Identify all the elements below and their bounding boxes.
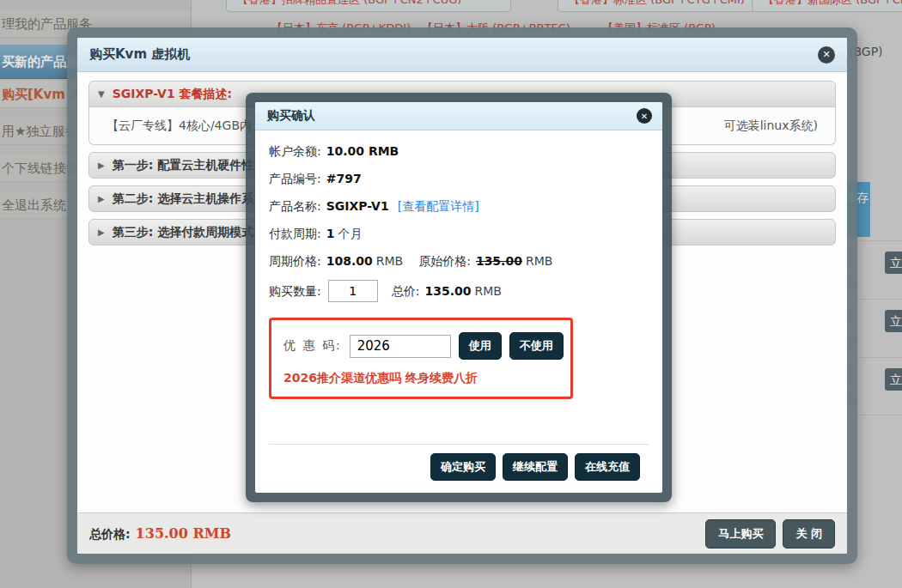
chevron-right-icon: ▶ bbox=[98, 227, 105, 237]
payment-period-unit: 个月 bbox=[338, 225, 362, 242]
buy-now-button-partial[interactable]: 立 bbox=[885, 368, 902, 391]
cycle-price-value: 108.00 bbox=[326, 252, 373, 270]
coupon-apply-button[interactable]: 使用 bbox=[459, 332, 502, 360]
product-name-label: 产品名称: bbox=[269, 197, 321, 215]
buy-now-button-partial[interactable]: 立 bbox=[885, 310, 902, 332]
close-icon[interactable]: ✕ bbox=[818, 46, 835, 64]
price-row: 周期价格: 108.00 RMB 原始价格: 135.00 RMB bbox=[269, 252, 649, 270]
region-tab-hk-intl[interactable]: 【香港】新国际区 (BGP+CMI) bbox=[752, 0, 902, 12]
purchase-confirm-header: 购买确认 ✕ bbox=[255, 102, 662, 130]
product-number-label: 产品编号: bbox=[269, 170, 321, 187]
original-price-group: 原始价格: 135.00 RMB bbox=[418, 252, 552, 270]
chevron-right-icon: ▶ bbox=[98, 161, 105, 170]
product-number-value: #797 bbox=[326, 170, 362, 187]
buy-kvm-modal-header: 购买Kvm 虚拟机 ✕ bbox=[77, 38, 847, 72]
product-name-value: SGIXP-V1 bbox=[326, 197, 389, 215]
purchase-confirm-content: 购买确认 ✕ 帐户余额: 10.00 RMB 产品编号: #797 产品名称: … bbox=[255, 102, 662, 493]
step-2-label: 第二步: 选择云主机操作系 bbox=[113, 191, 253, 207]
purchase-confirm-body: 帐户余额: 10.00 RMB 产品编号: #797 产品名称: SGIXP-V… bbox=[255, 130, 662, 493]
coupon-input[interactable] bbox=[350, 335, 451, 358]
view-config-link[interactable]: [查看配置详情] bbox=[398, 197, 479, 215]
online-recharge-button[interactable]: 在线充值 bbox=[575, 453, 640, 481]
purchase-confirm-dialog: 购买确认 ✕ 帐户余额: 10.00 RMB 产品编号: #797 产品名称: … bbox=[246, 93, 672, 502]
coupon-row: 优 惠 码: 使用 不使用 bbox=[283, 332, 558, 360]
original-price-value: 135.00 bbox=[476, 252, 522, 270]
balance-row: 帐户余额: 10.00 RMB bbox=[269, 142, 649, 160]
order-total-label: 总价: bbox=[392, 282, 420, 300]
order-total-value: 135.00 bbox=[424, 282, 471, 300]
coupon-skip-button[interactable]: 不使用 bbox=[509, 332, 564, 360]
package-header-label: SGIXP-V1 套餐描述: bbox=[113, 87, 232, 102]
region-tab-hk-standard[interactable]: 【香港】标准区 (BGP+CTG+CMI) bbox=[558, 0, 757, 12]
product-number-row: 产品编号: #797 bbox=[269, 170, 649, 187]
region-tab-hk-premium[interactable]: 【香港】招牌精品直连区 (BGP+CN2+CUG) bbox=[226, 0, 511, 12]
cycle-price-unit: RMB bbox=[376, 252, 403, 270]
buy-now-button-partial[interactable]: 立 bbox=[885, 252, 902, 274]
page: 【香港】招牌精品直连区 (BGP+CN2+CUG) 【香港】标准区 (BGP+C… bbox=[0, 0, 902, 588]
step-1-label: 第一步: 配置云主机硬件性 bbox=[113, 158, 253, 173]
coupon-promo-text: 2026推介渠道优惠吗 终身续费八折 bbox=[283, 371, 558, 386]
balance-value: 10.00 RMB bbox=[326, 142, 399, 160]
package-description-right: 可选装linux系统) bbox=[724, 118, 818, 134]
coupon-highlight-box: 优 惠 码: 使用 不使用 2026推介渠道优惠吗 终身续费八折 bbox=[269, 318, 573, 399]
confirm-dialog-title: 购买确认 bbox=[267, 108, 315, 124]
confirm-purchase-button[interactable]: 确定购买 bbox=[430, 453, 496, 481]
payment-period-value: 1 bbox=[326, 225, 335, 242]
close-button[interactable]: 关 闭 bbox=[783, 519, 835, 549]
total-price-value: 135.00 RMB bbox=[136, 525, 231, 542]
order-total-unit: RMB bbox=[474, 282, 501, 300]
total-price-group: 总价格:135.00 RMB bbox=[89, 525, 231, 543]
chevron-down-icon: ▼ bbox=[98, 89, 105, 99]
chevron-right-icon: ▶ bbox=[98, 194, 105, 203]
step-3-label: 第三步: 选择付款周期模式 bbox=[113, 225, 253, 240]
quantity-row: 购买数量: 总价: 135.00 RMB bbox=[269, 280, 649, 302]
product-name-row: 产品名称: SGIXP-V1 [查看配置详情] bbox=[269, 197, 649, 215]
continue-config-button[interactable]: 继续配置 bbox=[503, 453, 568, 481]
total-price-label: 总价格: bbox=[89, 527, 131, 541]
original-price-unit: RMB bbox=[526, 252, 552, 270]
confirm-dialog-footer: 确定购买 继续配置 在线充值 bbox=[269, 444, 649, 493]
quantity-input[interactable] bbox=[328, 280, 378, 302]
balance-label: 帐户余额: bbox=[269, 142, 321, 160]
cycle-price-label: 周期价格: bbox=[269, 252, 321, 270]
buy-kvm-modal-footer: 总价格:135.00 RMB 马上购买 关 闭 bbox=[77, 512, 847, 554]
coupon-label: 优 惠 码: bbox=[283, 338, 342, 354]
close-icon[interactable]: ✕ bbox=[637, 108, 652, 124]
package-description-left: 【云厂专线】4核心/4GB内 bbox=[107, 118, 252, 134]
payment-period-label: 付款周期: bbox=[269, 225, 321, 242]
buy-now-button[interactable]: 马上购买 bbox=[705, 519, 776, 549]
payment-period-row: 付款周期: 1 个月 bbox=[269, 225, 649, 242]
footer-buttons: 马上购买 关 闭 bbox=[705, 519, 835, 549]
order-total-group: 总价: 135.00 RMB bbox=[392, 282, 502, 300]
quantity-label: 购买数量: bbox=[269, 282, 321, 300]
modal-title: 购买Kvm 虚拟机 bbox=[89, 46, 190, 63]
original-price-label: 原始价格: bbox=[418, 252, 471, 270]
